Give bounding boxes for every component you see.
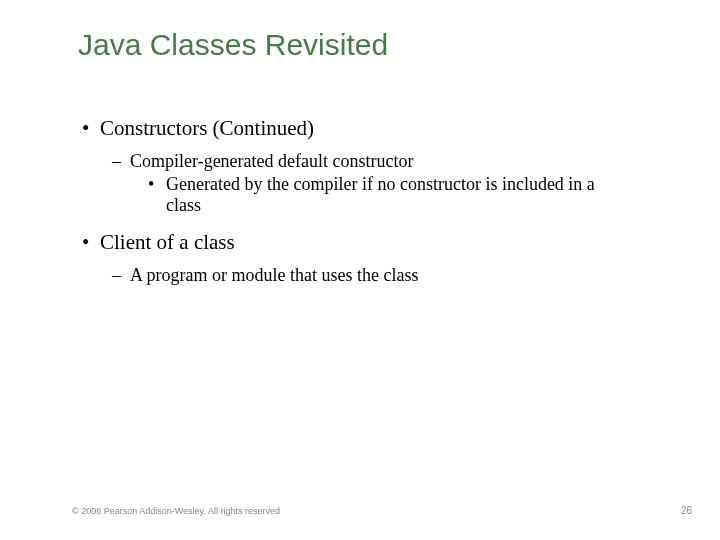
footer-copyright: © 2006 Pearson Addison-Wesley. All right… xyxy=(72,506,280,516)
bullet-program-module: A program or module that uses the class xyxy=(130,265,660,286)
slide-content: Constructors (Continued) Compiler-genera… xyxy=(72,116,660,286)
slide: Java Classes Revisited Constructors (Con… xyxy=(0,0,720,540)
bullet-constructors: Constructors (Continued) xyxy=(100,116,660,141)
footer-page-number: 26 xyxy=(681,505,692,516)
spacer xyxy=(72,218,660,230)
slide-title: Java Classes Revisited xyxy=(78,28,660,62)
bullet-generated-by: Generated by the compiler if no construc… xyxy=(166,174,660,216)
bullet-client: Client of a class xyxy=(100,230,660,255)
bullet-compiler-default: Compiler-generated default constructor xyxy=(130,151,660,172)
